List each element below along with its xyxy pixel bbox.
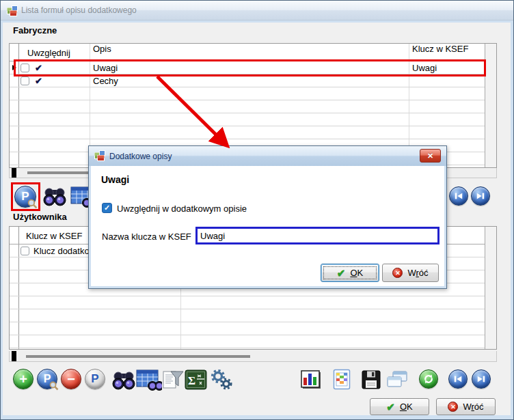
dialog-dodatkowe-opisy: Dodatkowe opisy ✕ Uwagi ✓ Uwzględnij w d… — [88, 145, 447, 289]
cell-opis: Cechy — [90, 74, 409, 87]
filter-report-button[interactable] — [162, 369, 184, 391]
column-header-opis: Opis — [90, 44, 409, 61]
skip-last-icon — [476, 191, 485, 201]
cell-klucz: Uwagi — [409, 61, 485, 74]
ksef-key-input[interactable] — [195, 227, 439, 244]
edit-preview-button[interactable]: P — [37, 369, 57, 389]
nav-last-button[interactable] — [471, 186, 490, 206]
empty-row — [10, 309, 485, 322]
delete-button[interactable]: − — [61, 369, 81, 389]
empty-row — [10, 126, 485, 139]
check-icon: ✓ — [104, 204, 110, 212]
sigma-icon: Σ — [188, 374, 195, 387]
vertical-scrollbar[interactable] — [485, 44, 496, 167]
row-select-checkbox[interactable] — [21, 76, 29, 85]
dialog-ok-button[interactable]: ✔ OK — [321, 264, 379, 282]
dialog-title: Dodatkowe opisy — [109, 152, 172, 161]
include-checkbox[interactable]: ✓ — [102, 203, 112, 213]
edit-preview-button[interactable]: P — [14, 186, 36, 208]
nav-last-button[interactable] — [472, 369, 491, 389]
skip-first-icon — [454, 191, 463, 201]
row-select-checkbox[interactable] — [21, 247, 29, 255]
include-check-icon: ✔ — [35, 76, 42, 85]
find-in-table-button[interactable] — [136, 368, 162, 391]
nav-first-button[interactable] — [449, 186, 468, 206]
app-icon — [94, 150, 105, 161]
dialog-content: Uwagi ✓ Uwzględnij w dodatkowym opisie N… — [91, 166, 444, 286]
cell-opis: Uwagi — [90, 61, 409, 74]
current-row-marker — [10, 61, 19, 74]
add-button[interactable]: + — [13, 369, 33, 389]
settings-gears-button[interactable] — [208, 368, 234, 391]
ksef-key-label: Nazwa klucza w KSEF — [102, 232, 191, 242]
empty-row — [10, 348, 485, 349]
scrollbar-corner-box — [12, 351, 16, 361]
refresh-icon — [423, 374, 434, 384]
windows-button[interactable] — [385, 370, 409, 389]
horizontal-scrollbar[interactable] — [9, 351, 497, 362]
export-sheet-button[interactable] — [333, 369, 351, 390]
sum-formula-button[interactable]: Σ — [185, 369, 207, 390]
dialog-close-button[interactable]: ✕ — [420, 149, 441, 163]
app-icon — [7, 5, 18, 16]
vertical-scrollbar[interactable] — [485, 227, 496, 349]
empty-row — [10, 335, 485, 348]
column-header-klucz: Klucz w KSEF — [409, 44, 485, 61]
row-select-checkbox[interactable] — [21, 64, 29, 72]
back-button[interactable]: ✕ Wróć — [436, 398, 496, 415]
main-window: Lista formuł opisu dodatkowego ✕ Fabrycz… — [0, 0, 514, 420]
green-check-icon: ✔ — [337, 268, 346, 278]
factory-table-header: Uwzględnij Opis Klucz w KSEF — [10, 44, 485, 61]
p-button[interactable]: P — [85, 369, 105, 389]
nav-first-button[interactable] — [448, 369, 468, 389]
empty-row — [10, 322, 485, 335]
ok-button[interactable]: ✔ OK — [370, 398, 429, 415]
refresh-button[interactable] — [419, 369, 438, 389]
close-icon: ✕ — [427, 152, 433, 160]
dialog-back-button[interactable]: ✕ Wróć — [382, 264, 439, 282]
table-row-uwagi[interactable]: ✔ Uwagi Uwagi — [10, 61, 485, 74]
scrollbar-thumb[interactable] — [26, 355, 250, 358]
skip-first-icon — [453, 374, 463, 384]
empty-row — [10, 113, 485, 126]
titlebar: Lista formuł opisu dodatkowego — [1, 1, 513, 20]
empty-row — [10, 296, 485, 309]
magnifier-icon — [27, 199, 38, 209]
header-selector-cell — [10, 44, 19, 61]
column-header-uwzglednij: Uwzględnij — [19, 44, 90, 61]
dialog-heading: Uwagi — [101, 174, 129, 185]
ok-button-label: OK — [400, 402, 413, 412]
cell-klucz — [409, 74, 485, 87]
include-checkbox-label: Uwzględnij w dodatkowym opisie — [117, 204, 247, 214]
back-button-label: Wróć — [463, 402, 483, 412]
scrollbar-corner-box — [12, 168, 16, 178]
window-title: Lista formuł opisu dodatkowego — [21, 5, 137, 15]
dialog-back-label: Wróć — [407, 268, 428, 278]
find-button[interactable] — [112, 370, 135, 391]
find-button[interactable] — [43, 186, 66, 207]
empty-row — [10, 87, 485, 100]
row-arrow-icon — [12, 65, 16, 70]
skip-last-icon — [476, 374, 486, 384]
plus-icon: + — [19, 372, 27, 387]
include-check-icon: ✔ — [35, 64, 42, 72]
minus-icon: − — [67, 372, 75, 387]
green-check-icon: ✔ — [386, 402, 395, 412]
table-row-cechy[interactable]: ✔ Cechy — [10, 74, 485, 87]
magnifier-icon — [49, 381, 59, 391]
save-button[interactable] — [361, 369, 381, 390]
chart-button[interactable] — [300, 369, 322, 390]
p-letter-icon: P — [91, 372, 98, 386]
section-label-fabryczne: Fabryczne — [13, 25, 57, 36]
section-label-uzytkownika: Użytkownika — [13, 212, 67, 222]
cell-klucz: Klucz dodatko — [33, 246, 90, 256]
empty-row — [10, 100, 485, 113]
red-cross-icon: ✕ — [448, 402, 458, 412]
dialog-titlebar: Dodatkowe opisy ✕ — [89, 146, 446, 166]
red-cross-icon: ✕ — [392, 268, 403, 278]
dialog-ok-label: OK — [350, 268, 363, 278]
